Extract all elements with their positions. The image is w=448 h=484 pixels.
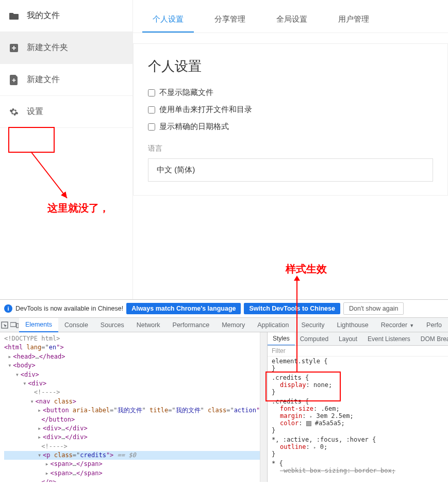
content-area: 个人设置 分享管理 全局设置 用户管理 个人设置 不显示隐藏文件 使用单击来打开… xyxy=(133,0,448,299)
annotation-box-1 xyxy=(8,127,55,153)
banner-text: DevTools is now available in Chinese! xyxy=(15,305,123,312)
dt-tab-perfo[interactable]: Perfo xyxy=(420,318,448,332)
annotation-arrow-1 xyxy=(21,152,82,208)
st-tab-layout[interactable]: Layout xyxy=(334,333,362,345)
svg-rect-4 xyxy=(10,322,16,327)
sidebar-label: 我的文件 xyxy=(27,10,60,21)
dt-tab-lighthouse[interactable]: Lighthouse xyxy=(331,318,375,332)
language-value: 中文 (简体) xyxy=(157,165,195,174)
dt-tab-memory[interactable]: Memory xyxy=(215,318,251,332)
sidebar-item-new-folder[interactable]: 新建文件夹 xyxy=(0,32,132,64)
dom-selected-line[interactable]: ▾<p class="credits"> == $0 xyxy=(4,451,267,460)
tab-users[interactable]: 用户管理 xyxy=(328,7,379,33)
language-select[interactable]: 中文 (简体) xyxy=(148,158,433,182)
folder-icon xyxy=(8,10,20,22)
st-tab-dombp[interactable]: DOM Breakp xyxy=(416,333,448,345)
check-label: 显示精确的日期格式 xyxy=(159,122,229,132)
dt-tab-performance[interactable]: Performance xyxy=(167,318,216,332)
sidebar-item-new-file[interactable]: 新建文件 xyxy=(0,64,132,96)
sidebar-item-my-files[interactable]: 我的文件 xyxy=(0,0,132,32)
svg-rect-5 xyxy=(16,324,19,328)
checkbox[interactable] xyxy=(148,89,155,96)
check-hide-hidden[interactable]: 不显示隐藏文件 xyxy=(148,88,433,98)
checkbox[interactable] xyxy=(148,123,155,131)
checkbox[interactable] xyxy=(148,106,155,114)
dom-tree[interactable]: <!DOCTYPE html> <html lang="en"> ▸<head>… xyxy=(0,332,268,482)
plus-file-icon xyxy=(8,74,20,86)
check-label: 不显示隐藏文件 xyxy=(159,88,213,98)
sidebar-label: 设置 xyxy=(27,106,43,117)
dt-tab-application[interactable]: Application xyxy=(251,318,295,332)
tab-personal[interactable]: 个人设置 xyxy=(142,7,194,33)
device-icon[interactable] xyxy=(9,322,19,328)
st-tab-styles[interactable]: Styles xyxy=(268,332,295,346)
devtools-body: <!DOCTYPE html> <html lang="en"> ▸<head>… xyxy=(0,332,448,482)
dt-tab-sources[interactable]: Sources xyxy=(94,318,130,332)
annotation-box-2 xyxy=(266,372,341,401)
plus-box-icon xyxy=(8,42,20,54)
tab-bar: 个人设置 分享管理 全局设置 用户管理 xyxy=(133,7,448,33)
info-icon: i xyxy=(4,304,12,313)
color-swatch-icon xyxy=(306,421,311,426)
dt-tab-network[interactable]: Network xyxy=(130,318,167,332)
panel-title: 个人设置 xyxy=(148,57,433,75)
tab-share[interactable]: 分享管理 xyxy=(204,7,256,33)
devtools-tabbar: Elements Console Sources Network Perform… xyxy=(0,318,448,332)
scrollbar-vertical[interactable] xyxy=(260,332,267,482)
svg-line-1 xyxy=(31,152,67,198)
sidebar-item-settings[interactable]: 设置 xyxy=(0,96,132,128)
tab-global[interactable]: 全局设置 xyxy=(266,7,318,33)
inspect-icon[interactable] xyxy=(0,321,9,329)
language-label: 语言 xyxy=(148,144,433,153)
chevron-down-icon: ▼ xyxy=(409,323,414,328)
st-tab-events[interactable]: Event Listeners xyxy=(362,333,416,345)
gear-icon xyxy=(8,106,20,118)
devtools-banner: i DevTools is now available in Chinese! … xyxy=(0,299,448,318)
check-click-open[interactable]: 使用单击来打开文件和目录 xyxy=(148,105,433,115)
annotation-text-1: 这里就没了， xyxy=(47,201,109,215)
app-container: 我的文件 新建文件夹 新建文件 设置 个人设置 分享管理 全局设置 用户管理 xyxy=(0,0,448,299)
settings-panel: 个人设置 不显示隐藏文件 使用单击来打开文件和目录 显示精确的日期格式 语言 中… xyxy=(133,43,448,196)
check-exact-date[interactable]: 显示精确的日期格式 xyxy=(148,122,433,132)
dt-tab-console[interactable]: Console xyxy=(58,318,94,332)
dt-tab-elements[interactable]: Elements xyxy=(19,318,58,332)
banner-btn-dismiss[interactable]: Don't show again xyxy=(343,302,404,315)
dt-tab-recorder[interactable]: Recorder▼ xyxy=(375,318,420,332)
banner-btn-match[interactable]: Always match Chrome's language xyxy=(126,303,241,314)
check-label: 使用单击来打开文件和目录 xyxy=(159,105,252,115)
sidebar-label: 新建文件夹 xyxy=(27,42,68,53)
sidebar-label: 新建文件 xyxy=(27,74,60,85)
